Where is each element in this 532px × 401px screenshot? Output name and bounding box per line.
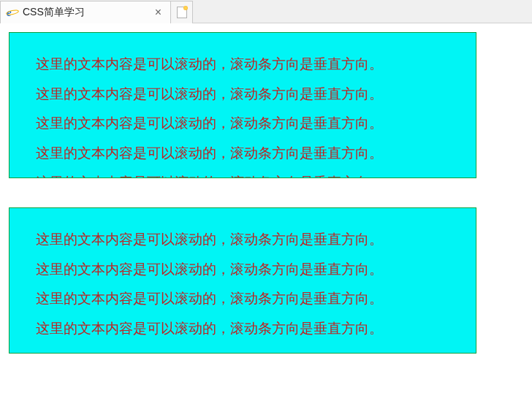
scroll-text-line: 这里的文本内容是可以滚动的，滚动条方向是垂直方向。 [36,260,449,280]
scroll-text-line: 这里的文本内容是可以滚动的，滚动条方向是垂直方向。 [36,114,449,134]
scroll-text-line: 这里的文本内容是可以滚动的，滚动条方向是垂直方向。 [36,55,449,75]
scroll-text-line: 这里的文本内容是可以滚动的，滚动条方向是垂直方向。 [36,230,449,250]
page-content: 这里的文本内容是可以滚动的，滚动条方向是垂直方向。 这里的文本内容是可以滚动的，… [0,23,532,362]
new-tab-button[interactable] [171,1,193,23]
scroll-box-1[interactable]: 这里的文本内容是可以滚动的，滚动条方向是垂直方向。 这里的文本内容是可以滚动的，… [9,32,476,178]
tab-close-button[interactable]: × [152,6,164,19]
scroll-text-line: 这里的文本内容是可以滚动的，滚动条方向是垂直方向。 [36,319,449,339]
browser-tab[interactable]: e CSS简单学习 × [0,1,171,23]
scroll-box-2: 这里的文本内容是可以滚动的，滚动条方向是垂直方向。 这里的文本内容是可以滚动的，… [9,207,476,354]
ie-favicon: e [7,7,18,18]
scroll-text-line: 这里的文本内容是可以滚动的，滚动条方向是垂直方向。 [36,144,449,164]
scroll-text-line: 这里的文本内容是可以滚动的，滚动条方向是垂直方向。 [36,85,449,104]
scroll-text-line: 这里的文本内容是可以滚动的，滚动条方向是垂直方向。 [36,173,449,178]
new-tab-icon [177,7,187,18]
scroll-text-line: 这里的文本内容是可以滚动的，滚动条方向是垂直方向。 [36,289,449,309]
tab-title: CSS简单学习 [23,6,152,19]
browser-tab-bar: e CSS简单学习 × [0,0,532,23]
